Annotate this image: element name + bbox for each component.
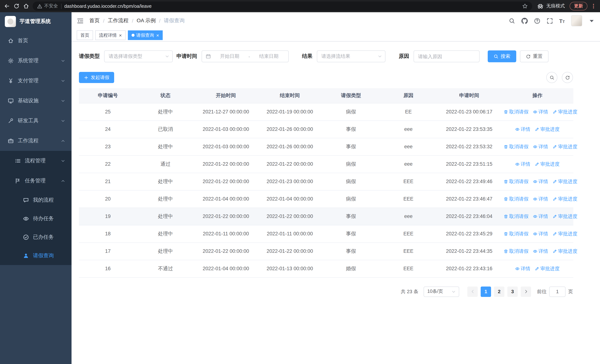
apply-time-range-picker[interactable]: 开始日期 - 结束日期 [202, 50, 289, 62]
refresh-table-button[interactable] [562, 72, 573, 83]
reset-button-label: 重置 [533, 53, 543, 60]
collapse-sidebar-icon[interactable] [77, 17, 84, 24]
progress-action-link[interactable]: 审批进度 [553, 108, 577, 115]
chevron-up-icon [61, 179, 65, 183]
cancel-action-link[interactable]: 取消请假 [504, 143, 528, 150]
browser-menu-icon[interactable] [591, 3, 596, 9]
detail-action-link[interactable]: 详情 [533, 248, 548, 254]
detail-action-link[interactable]: 详情 [533, 108, 548, 115]
sidebar-item[interactable]: 我的流程 [0, 191, 72, 209]
create-leave-button[interactable]: 发起请假 [79, 72, 114, 83]
progress-action-link[interactable]: 审批进度 [553, 196, 577, 202]
sidebar-item[interactable]: 支付管理 [0, 71, 72, 91]
eye-icon [533, 197, 537, 201]
browser-home-icon[interactable] [23, 3, 29, 9]
progress-action-link[interactable]: 审批进度 [553, 248, 577, 254]
result-select[interactable]: 请选择流结果 [317, 50, 385, 62]
sidebar-item[interactable]: 请假查询 [0, 246, 72, 265]
breadcrumb-item[interactable]: OA 示例 [137, 18, 156, 24]
page-button[interactable]: 2 [494, 286, 504, 297]
leave-type-select[interactable]: 请选择请假类型 [104, 50, 173, 62]
search-button[interactable]: 搜索 [488, 50, 516, 62]
cell-end: 2022-01-22 00:00:00 [258, 155, 322, 173]
progress-action-link[interactable]: 审批进度 [535, 161, 560, 167]
sidebar-item[interactable]: 已办任务 [0, 228, 72, 246]
github-icon[interactable] [521, 18, 527, 24]
detail-action-link[interactable]: 详情 [533, 178, 548, 185]
table-row: 21处理中2022-01-22 00:00:002022-01-23 00:00… [79, 173, 573, 190]
progress-action-link[interactable]: 审批进度 [553, 230, 577, 237]
browser-reload-icon[interactable] [13, 3, 20, 9]
page-button[interactable]: 3 [507, 286, 518, 297]
security-warning[interactable]: 不安全 [37, 3, 58, 9]
sidebar-item[interactable]: 工作流程 [0, 131, 72, 151]
search-icon[interactable] [509, 18, 515, 24]
close-icon[interactable]: × [156, 33, 159, 38]
cell-actions: 取消请假详情审批进度 [501, 173, 573, 190]
sidebar-item[interactable]: 任务管理 [0, 171, 72, 191]
omnibox-divider [61, 3, 61, 9]
progress-action-link[interactable]: 审批进度 [535, 265, 560, 272]
reset-button[interactable]: 重置 [520, 50, 548, 62]
font-size-icon[interactable]: TT [559, 18, 565, 24]
goto-page-input[interactable] [549, 286, 565, 297]
close-icon[interactable]: × [119, 33, 122, 38]
avatar[interactable] [571, 15, 582, 26]
pen-icon [553, 232, 557, 236]
cell-end: 2022-01-23 00:00:00 [258, 173, 322, 190]
url-bar[interactable]: 不安全 dashboard.yudao.iocoder.cn/bpm/oa/le… [33, 1, 532, 11]
progress-action-link[interactable]: 审批进度 [553, 143, 577, 150]
sidebar-item[interactable]: 流程管理 [0, 151, 72, 171]
detail-action-link[interactable]: 详情 [515, 126, 530, 132]
pen-icon [553, 197, 557, 201]
sidebar-item[interactable]: 首页 [0, 31, 72, 51]
chevron-down-icon [61, 119, 65, 123]
view-tab[interactable]: 请假查询× [128, 30, 163, 40]
sidebar-menu: 首页系统管理支付管理基础设施研发工具工作流程流程管理任务管理我的流程待办任务已办… [0, 31, 72, 265]
app-title: 芋道管理系统 [20, 18, 51, 25]
cancel-action-link[interactable]: 取消请假 [504, 178, 528, 185]
cell-end: 2022-01-22 00:00:00 [258, 243, 322, 260]
app-logo-row[interactable]: 芋道管理系统 [0, 12, 72, 31]
prev-page-button[interactable] [467, 286, 478, 297]
sidebar-item-label: 请假查询 [33, 252, 54, 259]
bookmark-star-icon[interactable] [522, 3, 528, 9]
progress-action-link[interactable]: 审批进度 [553, 213, 577, 220]
reason-input[interactable] [413, 50, 479, 62]
progress-action-link[interactable]: 审批进度 [553, 178, 577, 185]
view-tab[interactable]: 首页 [77, 30, 93, 40]
cancel-action-link[interactable]: 取消请假 [504, 213, 528, 220]
sidebar-item-label: 流程管理 [25, 158, 46, 164]
toggle-search-button[interactable] [546, 72, 557, 83]
fullscreen-icon[interactable] [546, 18, 553, 24]
cancel-action-link[interactable]: 取消请假 [504, 196, 528, 202]
browser-back-icon[interactable] [4, 3, 10, 9]
page-button[interactable]: 1 [481, 286, 491, 297]
progress-action-link[interactable]: 审批进度 [535, 126, 560, 132]
cancel-action-link[interactable]: 取消请假 [504, 108, 528, 115]
sidebar-item[interactable]: 基础设施 [0, 91, 72, 111]
page-size-select[interactable]: 10条/页 [424, 286, 459, 297]
breadcrumb-item[interactable]: 工作流程 [108, 18, 129, 24]
detail-action-link[interactable]: 详情 [515, 161, 530, 167]
detail-action-link[interactable]: 详情 [515, 265, 530, 272]
chevron-down-icon[interactable] [589, 18, 595, 24]
detail-action-link[interactable]: 详情 [533, 213, 548, 220]
sidebar-item[interactable]: 研发工具 [0, 111, 72, 131]
sidebar-item[interactable]: 系统管理 [0, 51, 72, 71]
cancel-action-link[interactable]: 取消请假 [504, 230, 528, 237]
home-icon [8, 38, 14, 44]
detail-action-link[interactable]: 详情 [533, 196, 548, 202]
breadcrumb-item[interactable]: 首页 [89, 18, 100, 24]
view-tab[interactable]: 流程详情× [95, 30, 125, 40]
cell-apply_time: 2022-01-22 23:46:04 [437, 208, 501, 225]
help-icon[interactable] [534, 18, 540, 24]
update-button[interactable]: 更新 [570, 2, 587, 10]
sidebar-item[interactable]: 待办任务 [0, 209, 72, 228]
detail-action-link[interactable]: 详情 [533, 143, 548, 150]
next-page-button[interactable] [521, 286, 531, 297]
trash-icon [504, 232, 508, 236]
cancel-action-link[interactable]: 取消请假 [504, 248, 528, 254]
cell-status: 已取消 [137, 121, 194, 138]
detail-action-link[interactable]: 详情 [533, 230, 548, 237]
